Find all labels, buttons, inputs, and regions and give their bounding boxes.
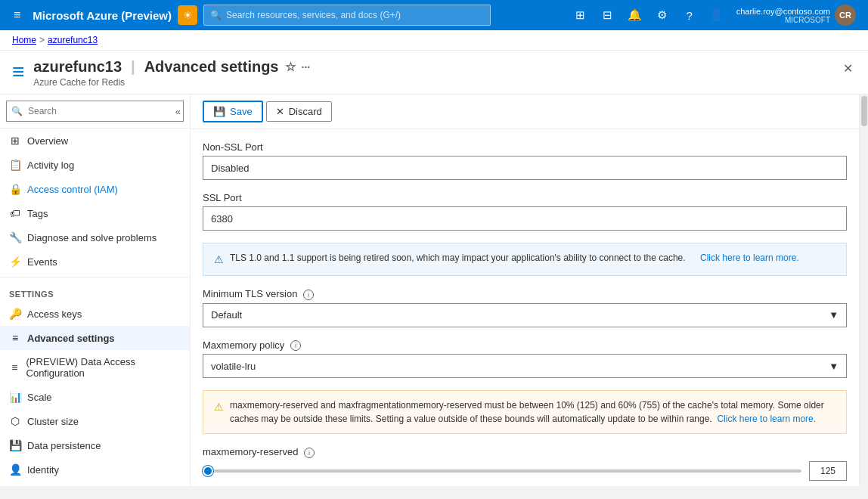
access-control-icon: 🔒 bbox=[9, 183, 21, 195]
breadcrumb-home[interactable]: Home bbox=[12, 35, 36, 45]
topbar: ≡ Microsoft Azure (Preview) ☀ 🔍 Search r… bbox=[0, 0, 868, 30]
sidebar-item-data-access[interactable]: ≡ (PREVIEW) Data Access Configuration bbox=[0, 350, 190, 385]
data-access-icon: ≡ bbox=[9, 361, 20, 373]
sidebar-item-label: Overview bbox=[27, 135, 68, 147]
sidebar-item-cluster-size[interactable]: ⬡ Cluster size bbox=[0, 409, 190, 433]
sidebar-item-access-keys[interactable]: 🔑 Access keys bbox=[0, 302, 190, 326]
content-area: 💾 Save ✕ Discard Non-SSL Port SSL Port bbox=[191, 95, 859, 486]
sidebar-item-label: (PREVIEW) Data Access Configuration bbox=[26, 356, 181, 379]
settings-section-header: Settings bbox=[0, 280, 190, 302]
maxmemory-policy-label: Maxmemory policy i bbox=[203, 339, 847, 352]
resource-subtitle: Azure Cache for Redis bbox=[33, 76, 831, 94]
sidebar-item-label: Advanced settings bbox=[27, 333, 115, 344]
sidebar-collapse-icon[interactable]: « bbox=[175, 106, 181, 117]
maxmemory-reserved-field: maxmemory-reserved i 125 bbox=[203, 446, 847, 481]
tags-icon: 🏷 bbox=[9, 207, 21, 219]
app-title: Microsoft Azure (Preview) bbox=[33, 9, 172, 22]
access-keys-icon: 🔑 bbox=[9, 308, 21, 320]
sidebar-item-label: Activity log bbox=[27, 160, 74, 171]
resource-title: azurefunc13 | Advanced settings ☆ ··· bbox=[33, 58, 831, 76]
non-ssl-port-input[interactable] bbox=[203, 156, 847, 180]
discard-icon: ✕ bbox=[276, 106, 284, 117]
search-icon: 🔍 bbox=[210, 10, 222, 20]
sidebar-item-activity-log[interactable]: 📋 Activity log bbox=[0, 153, 190, 177]
title-separator: | bbox=[131, 58, 135, 76]
min-tls-label: Minimum TLS version i bbox=[203, 288, 847, 300]
close-icon[interactable]: ✕ bbox=[840, 58, 856, 79]
sidebar-item-diagnose[interactable]: 🔧 Diagnose and solve problems bbox=[0, 225, 190, 250]
cluster-size-icon: ⬡ bbox=[9, 415, 21, 427]
global-search[interactable]: 🔍 Search resources, services, and docs (… bbox=[203, 5, 491, 26]
tls-alert-text: TLS 1.0 and 1.1 support is being retired… bbox=[230, 251, 686, 265]
sidebar-search-area: 🔍 « bbox=[0, 95, 190, 129]
non-ssl-port-field: Non-SSL Port bbox=[203, 141, 847, 180]
sidebar-item-label: Tags bbox=[27, 208, 48, 219]
maxmemory-policy-field: Maxmemory policy i volatile-lru ▼ bbox=[203, 339, 847, 379]
maxmemory-reserved-thumb[interactable] bbox=[203, 466, 213, 476]
discard-label: Discard bbox=[289, 106, 322, 117]
sidebar-item-tags[interactable]: 🏷 Tags bbox=[0, 201, 190, 225]
sidebar-item-data-persistence[interactable]: 💾 Data persistence bbox=[0, 433, 190, 457]
scrollbar[interactable] bbox=[859, 95, 868, 486]
dashboard-icon[interactable]: ⊟ bbox=[596, 3, 620, 27]
sidebar-item-access-control[interactable]: 🔒 Access control (IAM) bbox=[0, 177, 190, 201]
content-scroll[interactable]: Non-SSL Port SSL Port ⚠ TLS 1.0 and 1.1 … bbox=[191, 129, 859, 486]
sidebar-item-label: Data persistence bbox=[27, 440, 101, 451]
content-toolbar: 💾 Save ✕ Discard bbox=[191, 95, 859, 129]
save-label: Save bbox=[230, 106, 253, 117]
portal-icon[interactable]: ⊞ bbox=[569, 3, 593, 27]
breadcrumb: Home > azurefunc13 bbox=[0, 30, 868, 51]
breadcrumb-resource[interactable]: azurefunc13 bbox=[48, 35, 98, 45]
sidebar-item-label: Identity bbox=[27, 464, 59, 476]
search-input[interactable] bbox=[6, 101, 184, 122]
main-layout: 🔍 « ⊞ Overview 📋 Activity log 🔒 Access c… bbox=[0, 95, 868, 486]
star-icon[interactable]: ☆ bbox=[285, 60, 296, 74]
user-menu[interactable]: charlie.roy@contoso.com MICROSOFT CR bbox=[732, 5, 860, 26]
sidebar-item-identity[interactable]: 👤 Identity bbox=[0, 457, 190, 482]
sidebar-item-label: Scale bbox=[27, 392, 52, 403]
sidebar-item-scale[interactable]: 📊 Scale bbox=[0, 385, 190, 409]
discard-button[interactable]: ✕ Discard bbox=[266, 101, 332, 122]
topbar-actions: ⊞ ⊟ 🔔 ⚙ ? 👤 charlie.roy@contoso.com MICR… bbox=[569, 3, 860, 27]
sidebar-item-events[interactable]: ⚡ Events bbox=[0, 250, 190, 274]
maxmemory-policy-select[interactable]: volatile-lru ▼ bbox=[203, 354, 847, 378]
min-tls-select[interactable]: Default ▼ bbox=[203, 303, 847, 327]
hamburger-icon[interactable]: ≡ bbox=[8, 5, 26, 25]
maxmemory-policy-info-icon[interactable]: i bbox=[290, 340, 301, 351]
resource-name: azurefunc13 bbox=[33, 58, 122, 76]
advanced-settings-icon: ≡ bbox=[9, 332, 21, 344]
events-icon: ⚡ bbox=[9, 256, 21, 268]
nav-divider bbox=[0, 277, 190, 277]
sidebar-item-label: Events bbox=[27, 256, 57, 268]
maxmemory-reserved-info-icon[interactable]: i bbox=[304, 448, 315, 458]
sidebar-item-overview[interactable]: ⊞ Overview bbox=[0, 129, 190, 153]
scrollbar-thumb[interactable] bbox=[861, 96, 867, 126]
notifications-icon[interactable]: 🔔 bbox=[623, 3, 647, 27]
ssl-port-input[interactable] bbox=[203, 206, 847, 231]
maxmemory-reserved-track[interactable] bbox=[203, 470, 801, 473]
alert-icon: ⚠ bbox=[214, 252, 224, 268]
resource-header: ≡ azurefunc13 | Advanced settings ☆ ··· … bbox=[0, 51, 868, 95]
settings-icon[interactable]: ⚙ bbox=[650, 3, 674, 27]
more-icon[interactable]: ··· bbox=[302, 61, 311, 73]
maxmemory-reserved-slider-row: 125 bbox=[203, 461, 847, 481]
diagnose-icon: 🔧 bbox=[9, 231, 21, 243]
sidebar-item-schedule-updates[interactable]: 🗓 Schedule updates bbox=[0, 482, 190, 486]
feedback-icon[interactable]: 👤 bbox=[705, 3, 729, 27]
min-tls-info-icon[interactable]: i bbox=[303, 290, 314, 300]
save-icon: 💾 bbox=[213, 106, 225, 117]
user-org: MICROSOFT bbox=[736, 16, 830, 24]
maxmemory-reserved-value[interactable]: 125 bbox=[809, 461, 847, 481]
sidebar-item-label: Access keys bbox=[27, 308, 82, 320]
ssl-port-label: SSL Port bbox=[203, 192, 847, 203]
sidebar-item-advanced-settings[interactable]: ≡ Advanced settings bbox=[0, 326, 190, 350]
save-button[interactable]: 💾 Save bbox=[203, 101, 263, 122]
sidebar-item-label: Cluster size bbox=[27, 416, 79, 427]
search-icon: 🔍 bbox=[11, 106, 23, 116]
help-icon[interactable]: ? bbox=[677, 3, 702, 27]
resource-info: azurefunc13 | Advanced settings ☆ ··· Az… bbox=[33, 58, 831, 94]
chevron-down-icon: ▼ bbox=[829, 361, 839, 372]
non-ssl-port-label: Non-SSL Port bbox=[203, 141, 847, 153]
tls-alert-link[interactable]: Click here to learn more. bbox=[700, 251, 799, 265]
maxmemory-alert-link[interactable]: Click here to learn more. bbox=[717, 414, 816, 424]
